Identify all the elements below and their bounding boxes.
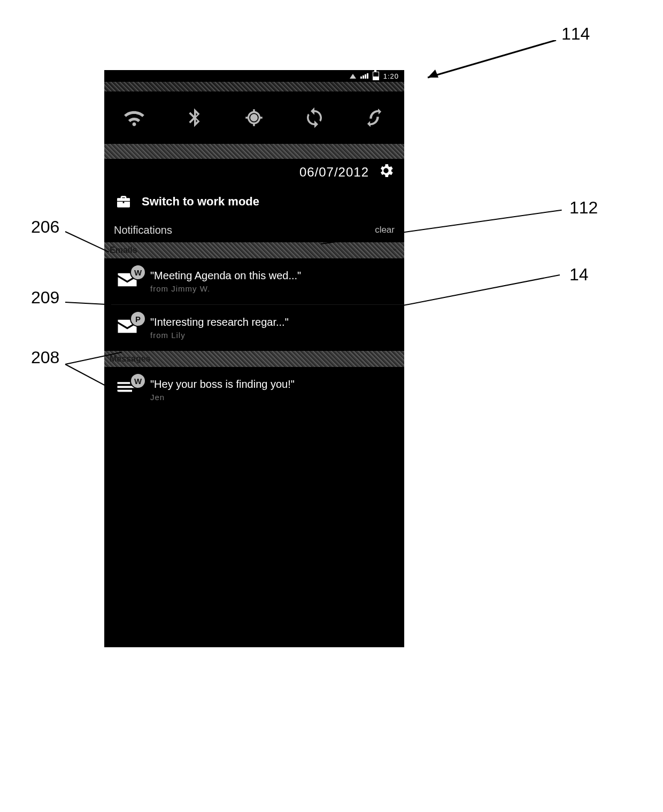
- notification-icon: W: [112, 269, 143, 294]
- signal-icon: [360, 73, 368, 79]
- notification-text: "Meeting Agenda on this wed..." from Jim…: [150, 270, 301, 293]
- chevron-icon: [390, 246, 399, 256]
- callout-112: 112: [569, 198, 598, 218]
- qs-sync[interactable]: [298, 102, 330, 134]
- notification-title: "Meeting Agenda on this wed...": [150, 270, 301, 282]
- svg-line-0: [428, 40, 556, 78]
- work-badge: W: [130, 264, 146, 280]
- wifi-mini-icon: [350, 74, 356, 79]
- notification-title: "Hey your boss is finding you!": [150, 378, 295, 390]
- status-bar: 1:20: [104, 70, 404, 82]
- notification-title: "Interesting research regar...": [150, 316, 289, 328]
- svg-marker-1: [428, 70, 438, 78]
- notification-subtitle: from Jimmy W.: [150, 284, 301, 293]
- callout-14: 14: [569, 265, 589, 285]
- qs-wifi[interactable]: [118, 102, 150, 134]
- sync-icon: [303, 106, 326, 129]
- section-label: Emails: [110, 246, 137, 255]
- qs-gps[interactable]: [238, 102, 270, 134]
- notification-shade: 1:20 06/07/2012: [104, 70, 404, 647]
- arrow-114: [422, 40, 561, 83]
- section-label: Messages: [110, 354, 151, 364]
- notification-item[interactable]: W "Meeting Agenda on this wed..." from J…: [104, 258, 404, 304]
- quick-settings-row: [104, 91, 404, 144]
- switch-mode-button[interactable]: Switch to work mode: [104, 186, 404, 218]
- qs-rotation[interactable]: [358, 102, 390, 134]
- section-emails[interactable]: Emails: [104, 242, 404, 258]
- work-badge: W: [130, 373, 146, 389]
- leader-206: [65, 231, 109, 252]
- callout-208: 208: [31, 348, 59, 367]
- quick-settings-labels: [104, 144, 404, 159]
- notification-item[interactable]: P "Interesting research regar..." from L…: [104, 304, 404, 351]
- callout-206: 206: [31, 217, 59, 237]
- notification-text: "Interesting research regar..." from Lil…: [150, 316, 289, 340]
- notifications-title: Notifications: [114, 224, 172, 236]
- notification-subtitle: from Lily: [150, 331, 289, 340]
- decorative-bar: [104, 82, 404, 91]
- callout-209: 209: [31, 288, 59, 308]
- status-time: 1:20: [383, 72, 399, 80]
- notification-text: "Hey your boss is finding you!" Jen: [150, 378, 295, 402]
- gear-icon: [377, 162, 395, 179]
- notification-subtitle: Jen: [150, 393, 295, 402]
- bluetooth-icon: [183, 106, 205, 129]
- section-messages[interactable]: Messages: [104, 351, 404, 367]
- wifi-icon: [123, 106, 145, 129]
- date-row: 06/07/2012: [104, 159, 404, 186]
- rotation-icon: [363, 106, 386, 129]
- settings-button[interactable]: [377, 162, 395, 182]
- qs-bluetooth[interactable]: [178, 102, 210, 134]
- notification-icon: P: [112, 315, 143, 341]
- briefcase-icon: [114, 193, 133, 210]
- battery-icon: [373, 72, 379, 80]
- personal-badge: P: [130, 311, 146, 327]
- switch-mode-label: Switch to work mode: [142, 195, 259, 209]
- notification-icon: W: [112, 377, 143, 403]
- shade-date: 06/07/2012: [299, 165, 369, 180]
- gps-icon: [243, 106, 265, 129]
- notification-item[interactable]: W "Hey your boss is finding you!" Jen: [104, 367, 404, 413]
- callout-114: 114: [561, 24, 590, 44]
